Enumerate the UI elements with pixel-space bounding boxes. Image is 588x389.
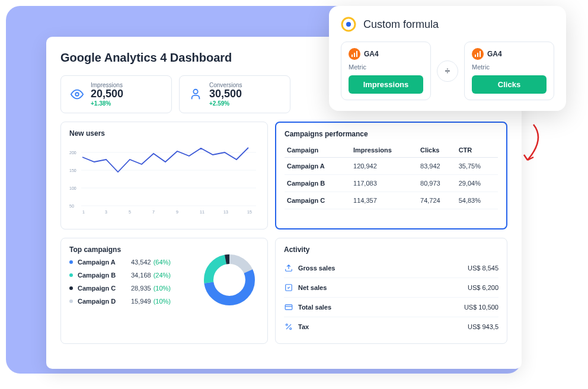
list-item[interactable]: TaxUS$ 943,5 <box>284 317 498 336</box>
svg-rect-32 <box>356 51 357 57</box>
metric-type-label: Metric <box>349 63 423 71</box>
list-item[interactable]: Campaign C28,935(10%) <box>69 285 200 292</box>
color-dot-icon <box>69 299 73 303</box>
stat-card-conversions[interactable]: Conversions 30,500 +2.59% <box>179 75 290 113</box>
table-header: CTR <box>456 143 498 158</box>
table-row[interactable]: Campaign A120,94283,94235,75% <box>285 157 498 174</box>
card-title: New users <box>69 129 259 138</box>
divide-operator[interactable]: ÷ <box>437 60 458 82</box>
formula-metric-left[interactable]: GA4 Metric Impressions <box>341 42 431 100</box>
stat-delta: +2.59% <box>209 100 242 107</box>
percent-icon <box>284 322 293 331</box>
list-item[interactable]: Total salesUS$ 10,500 <box>284 298 498 317</box>
color-dot-icon <box>69 286 73 290</box>
svg-point-29 <box>346 22 351 27</box>
svg-rect-34 <box>477 53 478 57</box>
svg-rect-33 <box>475 55 476 57</box>
stat-delta: +1.38% <box>91 100 123 107</box>
check-square-icon <box>284 283 293 292</box>
card-title: Campaigns performance <box>285 130 498 138</box>
color-dot-icon <box>69 260 73 264</box>
upload-icon <box>284 263 293 273</box>
line-chart: 20015010050 13579111315 <box>69 142 259 219</box>
svg-text:100: 100 <box>69 186 76 190</box>
svg-text:1: 1 <box>82 210 85 214</box>
formula-title: Custom formula <box>363 18 439 31</box>
svg-rect-31 <box>354 53 355 57</box>
campaigns-table: Campaign Impressions Clicks CTR Campaign… <box>285 143 498 209</box>
card-title: Activity <box>284 245 498 254</box>
table-row[interactable]: Campaign C114,35774,72454,83% <box>285 192 498 209</box>
bar-chart-icon <box>472 48 484 60</box>
clicks-button[interactable]: Clicks <box>472 75 547 94</box>
stat-value: 20,500 <box>91 88 123 100</box>
donut-chart <box>200 250 259 310</box>
svg-text:11: 11 <box>200 210 204 214</box>
table-row[interactable]: Campaign B117,08380,97329,04% <box>285 174 498 192</box>
table-header: Clicks <box>418 143 456 158</box>
svg-text:15: 15 <box>247 210 252 214</box>
svg-text:3: 3 <box>105 210 107 214</box>
bottom-row: Top campaigns Campaign A43,542(64%) Camp… <box>60 238 507 344</box>
svg-text:5: 5 <box>129 210 131 214</box>
svg-text:150: 150 <box>69 168 76 173</box>
formula-metric-right[interactable]: GA4 Metric Clicks <box>464 42 554 100</box>
stat-value: 30,500 <box>209 88 242 100</box>
svg-text:9: 9 <box>176 210 178 214</box>
card-title: Top campaigns <box>69 245 200 254</box>
activity-card: Activity Gross salesUS$ 8,545 Net salesU… <box>275 238 507 344</box>
new-users-chart-card: New users 20015010050 13579111315 <box>60 122 268 229</box>
svg-point-0 <box>75 93 79 96</box>
svg-text:50: 50 <box>69 204 74 208</box>
svg-line-25 <box>286 324 291 329</box>
top-campaigns-card: Top campaigns Campaign A43,542(64%) Camp… <box>60 238 268 344</box>
table-header: Impressions <box>351 143 418 158</box>
credit-card-icon <box>284 302 293 312</box>
svg-text:200: 200 <box>69 151 76 155</box>
campaigns-performance-card: Campaigns performance Campaign Impressio… <box>275 122 507 229</box>
svg-text:13: 13 <box>223 210 228 214</box>
table-header: Campaign <box>285 143 351 158</box>
metric-type-label: Metric <box>472 63 547 71</box>
list-item[interactable]: Net salesUS$ 6,200 <box>284 278 498 298</box>
svg-point-27 <box>290 328 292 330</box>
bar-chart-icon <box>349 48 360 60</box>
stat-card-impressions[interactable]: Impressions 20,500 +1.38% <box>60 75 172 113</box>
list-item[interactable]: Campaign A43,542(64%) <box>69 259 200 266</box>
svg-point-26 <box>286 324 287 326</box>
target-icon <box>341 17 356 32</box>
svg-rect-23 <box>285 305 292 310</box>
svg-text:7: 7 <box>152 210 155 214</box>
user-icon <box>188 87 203 102</box>
svg-rect-35 <box>480 51 481 57</box>
list-item[interactable]: Campaign B34,168(24%) <box>69 272 200 279</box>
custom-formula-popup: Custom formula GA4 Metric Impressions ÷ … <box>329 6 566 111</box>
list-item[interactable]: Gross salesUS$ 8,545 <box>284 259 498 278</box>
eye-icon <box>69 87 85 102</box>
list-item[interactable]: Campaign D15,949(10%) <box>69 298 200 305</box>
svg-rect-30 <box>351 55 353 57</box>
mid-row: New users 20015010050 13579111315 Campai… <box>60 122 507 229</box>
color-dot-icon <box>69 273 73 277</box>
arrow-annotation-icon <box>516 122 551 169</box>
impressions-button[interactable]: Impressions <box>349 75 423 94</box>
svg-point-1 <box>193 90 197 94</box>
